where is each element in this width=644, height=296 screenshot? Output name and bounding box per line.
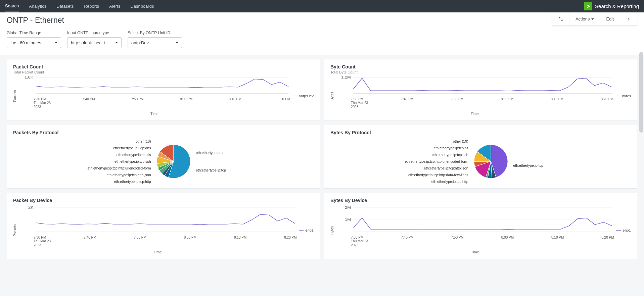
x-date: Thu Mar 232023 xyxy=(336,239,614,247)
x-tick: 8:00 PM xyxy=(180,97,192,101)
x-tick: 8:10 PM xyxy=(551,236,564,239)
x-tick: 7:30 PM xyxy=(351,236,363,239)
x-axis-label: Time xyxy=(336,250,614,254)
nav-tab-dashboards[interactable]: Dashboards xyxy=(130,0,154,12)
svg-text:1.6K: 1.6K xyxy=(25,76,33,79)
x-date: Thu Mar 232023 xyxy=(19,101,290,109)
x-tick: 8:00 PM xyxy=(184,236,196,239)
page-title: ONTP - Ethernet xyxy=(7,16,64,25)
panel-title: Packet Count xyxy=(13,64,314,69)
pie-label: other (18) xyxy=(136,139,151,143)
panel-title: Bytes By Protocol xyxy=(330,130,631,135)
pie-label: eth:ethertype:ip:tcp:http:json xyxy=(424,166,468,170)
x-axis-label: Time xyxy=(19,112,290,116)
filter-label: Select By ONTP Unit ID xyxy=(128,31,182,35)
chevron-right-icon xyxy=(626,17,631,21)
panel-packet-count[interactable]: Packet Count Total Packet Count Packets … xyxy=(7,59,320,121)
x-tick: 7:50 PM xyxy=(134,236,146,239)
filter-label: Input ONTP sourcetype xyxy=(67,31,122,35)
panel-title: Byte Count xyxy=(330,64,631,69)
x-tick: 8:20 PM xyxy=(601,236,614,239)
expand-icon xyxy=(558,17,563,21)
pie-label: eth:ethertype:ip:tcp:ssh xyxy=(432,153,468,157)
fullscreen-button[interactable] xyxy=(552,12,569,26)
x-tick: 7:50 PM xyxy=(451,97,463,101)
nav-tab-alerts[interactable]: Alerts xyxy=(109,0,120,12)
chart-legend: eno1 xyxy=(616,206,631,254)
pie-label: eth:ethertype:ip:tcp xyxy=(513,163,543,167)
y-axis-label: Bytes xyxy=(330,76,334,116)
actions-label: Actions xyxy=(576,16,590,21)
pie-svg xyxy=(155,143,192,180)
x-tick: 7:40 PM xyxy=(401,97,413,101)
panel-title: Packets By Protocol xyxy=(13,130,314,135)
x-date: Thu Mar 232023 xyxy=(19,239,297,247)
more-button[interactable] xyxy=(620,12,637,26)
brand[interactable]: Search & Reporting xyxy=(584,2,639,10)
x-axis-label: Time xyxy=(336,112,613,116)
x-tick: 8:20 PM xyxy=(601,97,613,101)
x-tick: 8:00 PM xyxy=(501,97,513,101)
x-tick: 7:40 PM xyxy=(84,236,96,239)
panel-packets-proto[interactable]: Packets By Protocol other (18)eth:ethert… xyxy=(7,125,320,189)
x-ticks: 7:30 PM7:40 PM7:50 PM8:00 PM8:10 PM8:20 … xyxy=(336,234,614,239)
filter-label: Global Time Range xyxy=(7,31,61,35)
pie-label: eth:ethertype:ip:tcp:ssh xyxy=(114,159,151,163)
panel-packet-device[interactable]: Packet By Device Packets 2K 7:30 PM7:40 … xyxy=(7,193,320,259)
chart-legend: eno1 xyxy=(299,206,314,254)
pie-label: eth:ethertype:ip:tcp:http:urlencoded-for… xyxy=(405,159,468,163)
panel-bytes-proto[interactable]: Bytes By Protocol other (19)eth:ethertyp… xyxy=(324,125,637,189)
nav-tab-datasets[interactable]: Datasets xyxy=(56,0,74,12)
filter-value: ontp:Dev xyxy=(131,40,149,45)
filter-2: Select By ONTP Unit IDontp:Dev xyxy=(128,31,182,48)
x-tick: 8:20 PM xyxy=(284,236,296,239)
scrollbar-thumb[interactable] xyxy=(639,52,643,133)
x-tick: 7:30 PM xyxy=(34,236,46,239)
top-nav: SearchAnalyticsDatasetsReportsAlertsDash… xyxy=(0,0,644,12)
x-date: Thu Mar 232023 xyxy=(336,101,613,109)
filter-dropdown[interactable]: Last 60 minutes xyxy=(7,37,61,48)
x-tick: 8:00 PM xyxy=(501,236,514,239)
x-ticks: 7:30 PM7:40 PM7:50 PM8:00 PM8:10 PM8:20 … xyxy=(336,96,613,101)
filter-value: http:splunk_hec_tok... xyxy=(71,40,111,45)
panel-bytes-device[interactable]: Bytes By Device Bytes 2M1M 7:30 PM7:40 P… xyxy=(324,193,637,259)
line-chart: 2M1M xyxy=(336,206,614,233)
pie-label: eth:ethertype:ip:tcp xyxy=(196,168,226,172)
filters: Global Time RangeLast 60 minutesInput ON… xyxy=(0,26,644,55)
filter-dropdown[interactable]: http:splunk_hec_tok... xyxy=(67,37,122,48)
nav-tab-analytics[interactable]: Analytics xyxy=(29,0,46,12)
svg-text:2M: 2M xyxy=(345,206,351,209)
pie-labels-left: other (19)eth:ethertype:ip:tcp:tlseth:et… xyxy=(399,139,472,184)
x-tick: 7:40 PM xyxy=(82,97,95,101)
x-tick: 7:30 PM xyxy=(34,97,46,101)
pie-chart: other (19)eth:ethertype:ip:tcp:tlseth:et… xyxy=(330,136,631,184)
pie-label: eth:ethertype:ip:tcp:tls xyxy=(117,153,151,157)
panel-byte-count[interactable]: Byte Count Total Byte Count Bytes 1.2M 7… xyxy=(324,59,637,121)
pie-labels-right: eth:ethertype:ip:tcp xyxy=(509,155,563,167)
line-chart: 1.6K xyxy=(19,76,290,95)
pie-label: eth:ethertype:ip:tcp:http xyxy=(114,180,151,184)
pie-labels-left: other (18)eth:ethertype:ip:udp:dnseth:et… xyxy=(81,139,155,184)
x-tick: 7:50 PM xyxy=(451,236,464,239)
pie-label: eth:ethertype:arp xyxy=(196,151,223,155)
x-ticks: 7:30 PM7:40 PM7:50 PM8:00 PM8:10 PM8:20 … xyxy=(19,234,297,239)
edit-button[interactable]: Edit xyxy=(600,12,620,26)
actions-button[interactable]: Actions xyxy=(569,12,600,26)
dashboard: Packet Count Total Packet Count Packets … xyxy=(0,55,644,263)
caret-icon xyxy=(591,18,594,20)
nav-tab-search[interactable]: Search xyxy=(5,0,19,12)
filter-dropdown[interactable]: ontp:Dev xyxy=(128,37,182,48)
brand-icon xyxy=(584,2,592,10)
filter-1: Input ONTP sourcetypehttp:splunk_hec_tok… xyxy=(67,31,122,48)
pie-label: eth:ethertype:ip:tcp:tls xyxy=(434,146,468,150)
pie-label: eth:ethertype:ip:tcp:http xyxy=(431,180,468,184)
x-tick: 7:40 PM xyxy=(401,236,413,239)
pie-label: other (19) xyxy=(453,139,468,143)
line-chart: 1.2M xyxy=(336,76,613,95)
pie-svg xyxy=(472,143,509,180)
x-tick: 8:10 PM xyxy=(234,236,246,239)
caret-icon xyxy=(115,42,118,43)
nav-tab-reports[interactable]: Reports xyxy=(84,0,99,12)
x-axis-label: Time xyxy=(19,250,297,254)
pie-chart: other (18)eth:ethertype:ip:udp:dnseth:et… xyxy=(13,136,314,184)
